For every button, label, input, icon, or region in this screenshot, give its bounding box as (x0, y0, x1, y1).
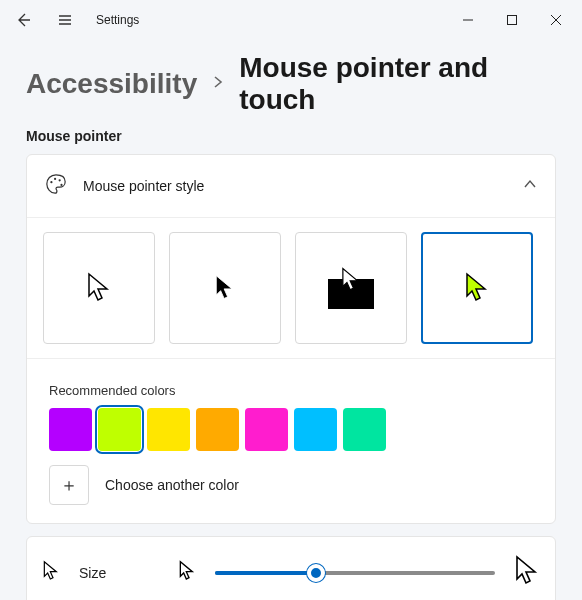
pointer-style-card: Mouse pointer style Recommended colors ＋… (26, 154, 556, 524)
chevron-up-icon (523, 177, 537, 195)
recommended-colors-area: Recommended colors ＋ Choose another colo… (27, 358, 555, 523)
chevron-right-icon (211, 75, 225, 93)
maximize-icon (507, 15, 517, 25)
svg-rect-0 (508, 16, 517, 25)
cursor-slider-min-icon (179, 560, 195, 586)
svg-point-3 (59, 179, 61, 181)
color-swatch-0[interactable] (49, 408, 92, 451)
breadcrumb: Accessibility Mouse pointer and touch (0, 40, 582, 124)
cursor-small-icon (43, 560, 59, 586)
svg-point-4 (60, 184, 62, 186)
breadcrumb-current: Mouse pointer and touch (239, 52, 556, 116)
pointer-option-white[interactable] (43, 232, 155, 344)
menu-button[interactable] (46, 4, 84, 36)
minimize-button[interactable] (446, 4, 490, 36)
back-arrow-icon (15, 12, 31, 28)
slider-fill (215, 571, 316, 575)
maximize-button[interactable] (490, 4, 534, 36)
window-title: Settings (96, 13, 139, 27)
minimize-icon (463, 15, 473, 25)
color-swatch-5[interactable] (294, 408, 337, 451)
color-swatch-6[interactable] (343, 408, 386, 451)
color-swatch-3[interactable] (196, 408, 239, 451)
palette-icon (45, 173, 67, 199)
svg-point-2 (54, 178, 56, 180)
color-swatch-2[interactable] (147, 408, 190, 451)
svg-point-1 (50, 181, 52, 183)
color-swatch-1[interactable] (98, 408, 141, 451)
slider-thumb[interactable] (307, 564, 325, 582)
pointer-style-options (27, 217, 555, 358)
back-button[interactable] (4, 4, 42, 36)
cursor-slider-max-icon (515, 555, 539, 591)
pointer-option-custom[interactable] (421, 232, 533, 344)
pointer-size-card: Size (26, 536, 556, 600)
recommended-colors-label: Recommended colors (49, 383, 533, 398)
pointer-style-title: Mouse pointer style (83, 178, 507, 194)
hamburger-icon (57, 12, 73, 28)
pointer-option-inverted[interactable] (295, 232, 407, 344)
pointer-option-black[interactable] (169, 232, 281, 344)
size-slider[interactable] (215, 563, 495, 583)
color-swatch-4[interactable] (245, 408, 288, 451)
choose-color-label: Choose another color (105, 477, 239, 493)
cursor-black-icon (214, 274, 236, 302)
close-icon (551, 15, 561, 25)
section-subheading: Mouse pointer (0, 124, 582, 154)
close-button[interactable] (534, 4, 578, 36)
pointer-style-header[interactable]: Mouse pointer style (27, 155, 555, 217)
cursor-inverted-icon (341, 267, 361, 293)
cursor-white-icon (87, 272, 111, 304)
breadcrumb-parent[interactable]: Accessibility (26, 68, 197, 100)
choose-color-button[interactable]: ＋ (49, 465, 89, 505)
cursor-custom-icon (465, 272, 489, 304)
plus-icon: ＋ (60, 473, 78, 497)
size-label: Size (79, 565, 159, 581)
swatch-row (49, 408, 533, 451)
